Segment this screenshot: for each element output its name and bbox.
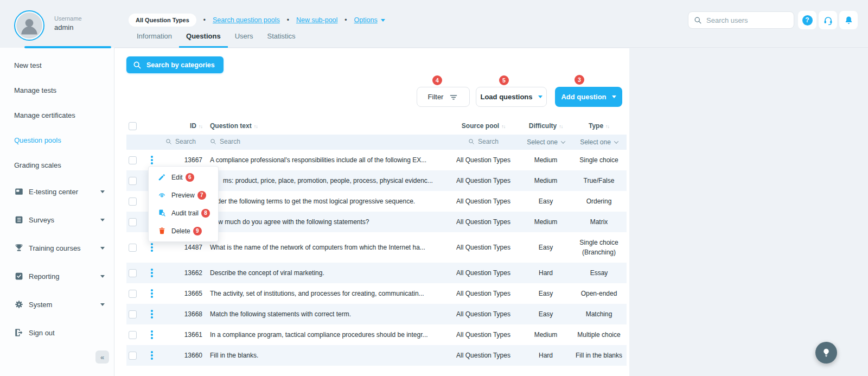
table-filter-row: Search Search Search Select one Select o… xyxy=(126,135,627,150)
user-card[interactable]: Username admin xyxy=(0,0,114,48)
tab-users[interactable]: Users xyxy=(228,32,260,48)
gear-icon xyxy=(14,299,24,309)
row-menu-icon[interactable] xyxy=(149,154,155,166)
question-text[interactable]: Match the following statements with corr… xyxy=(202,310,446,318)
search-icon xyxy=(165,138,172,145)
tab-information[interactable]: Information xyxy=(130,32,179,48)
question-text[interactable]: In a compliance program, tactical compli… xyxy=(202,331,446,339)
sidebar-item-training-courses[interactable]: Training courses xyxy=(0,234,114,262)
sidebar-item-reporting[interactable]: Reporting xyxy=(0,262,114,290)
tutorial-badge: 7 xyxy=(197,191,206,200)
tab-questions[interactable]: Questions xyxy=(179,32,228,48)
row-menu-icon[interactable] xyxy=(149,241,155,253)
row-checkbox[interactable] xyxy=(129,290,137,298)
user-avatar[interactable] xyxy=(14,10,44,41)
sidebar-item-manage-certificates[interactable]: Manage certificates xyxy=(0,103,114,128)
chevron-down-icon xyxy=(538,95,542,98)
sidebar-item-grading-scales[interactable]: Grading scales xyxy=(0,152,114,177)
table-row: 13660 Fill in the blanks. All Question T… xyxy=(126,345,627,366)
row-checkbox[interactable] xyxy=(129,269,137,277)
avatar-photo xyxy=(16,12,42,39)
tab-statistics[interactable]: Statistics xyxy=(260,32,303,48)
new-sub-pool-link[interactable]: New sub-pool xyxy=(296,16,337,24)
search-icon xyxy=(133,61,142,69)
select-all-checkbox[interactable] xyxy=(129,122,137,130)
filter-button[interactable]: Filter 4 xyxy=(417,87,470,107)
hints-fab-button[interactable] xyxy=(815,342,837,364)
question-text[interactable]: Describe the concept of viral marketing. xyxy=(202,269,446,277)
sidebar-nav: New test Manage tests Manage certificate… xyxy=(0,53,114,347)
tutorial-badge: 8 xyxy=(201,209,210,218)
column-header-id[interactable]: ID xyxy=(159,122,202,130)
etesting-center-icon xyxy=(14,187,24,196)
chevron-down-icon xyxy=(100,247,105,250)
row-checkbox[interactable] xyxy=(129,218,137,226)
sign-out-icon xyxy=(14,328,24,337)
search-users-input[interactable] xyxy=(706,16,802,24)
tutorial-badge: 5 xyxy=(499,75,509,85)
question-text[interactable]: Fill in the blanks. xyxy=(202,352,446,359)
column-header-difficulty[interactable]: Difficulty xyxy=(520,122,571,130)
row-menu-icon[interactable] xyxy=(149,267,155,279)
column-header-question-text[interactable]: Question text xyxy=(202,122,446,130)
sort-icon[interactable] xyxy=(501,124,505,129)
column-header-source-pool[interactable]: Source pool xyxy=(446,122,520,130)
row-checkbox[interactable] xyxy=(129,310,137,318)
id-filter-input[interactable]: Search xyxy=(165,138,196,145)
options-menu-link[interactable]: Options xyxy=(354,16,385,24)
sidebar-item-new-test[interactable]: New test xyxy=(0,53,114,78)
menu-item-preview[interactable]: Preview 7 xyxy=(149,186,218,204)
notifications-button[interactable] xyxy=(839,11,858,29)
chevron-down-icon xyxy=(612,95,616,98)
sidebar-item-manage-tests[interactable]: Manage tests xyxy=(0,78,114,103)
add-question-button[interactable]: Add question 3 xyxy=(555,87,622,107)
sidebar-active-indicator xyxy=(24,46,111,48)
row-menu-icon[interactable] xyxy=(149,329,155,341)
sidebar-item-system[interactable]: System xyxy=(0,290,114,318)
question-text[interactable]: A compliance professional's responsibili… xyxy=(202,156,446,164)
question-text-filter-input[interactable]: Search xyxy=(210,138,240,145)
row-checkbox[interactable] xyxy=(129,156,137,164)
row-checkbox[interactable] xyxy=(129,177,137,185)
sort-icon[interactable] xyxy=(605,124,609,129)
chevron-down-icon xyxy=(100,190,105,193)
question-text[interactable]: ms: product, price, place, promotion, pe… xyxy=(202,177,446,184)
type-filter-select[interactable]: Select one xyxy=(580,137,618,147)
row-checkbox[interactable] xyxy=(129,352,137,360)
source-pool-filter-input[interactable]: Search xyxy=(468,138,499,145)
row-checkbox[interactable] xyxy=(129,244,137,252)
sidebar-item-etesting-center[interactable]: E-testing center xyxy=(0,177,114,206)
sidebar-item-sign-out[interactable]: Sign out xyxy=(0,318,114,347)
row-checkbox[interactable] xyxy=(129,331,137,339)
difficulty-filter-select[interactable]: Select one xyxy=(527,138,565,146)
support-button[interactable] xyxy=(819,11,837,29)
chevron-down-icon xyxy=(614,139,618,143)
pool-tabs: Information Questions Users Statistics xyxy=(130,32,303,48)
sidebar-item-surveys[interactable]: Surveys xyxy=(0,206,114,234)
help-button[interactable]: ? xyxy=(798,11,816,29)
question-text[interactable]: Order the following terms to get the mos… xyxy=(202,197,446,205)
row-menu-icon[interactable] xyxy=(149,308,155,320)
question-text[interactable]: What is the name of the network of compu… xyxy=(202,244,446,251)
question-text[interactable]: How much do you agree with the following… xyxy=(202,218,446,226)
sort-icon[interactable] xyxy=(254,124,258,129)
sort-icon[interactable] xyxy=(199,124,202,129)
separator-dot: • xyxy=(344,16,347,24)
sort-icon[interactable] xyxy=(559,124,563,129)
row-menu-icon[interactable] xyxy=(149,288,155,299)
row-checkbox[interactable] xyxy=(129,197,137,206)
user-search-box[interactable] xyxy=(688,11,794,29)
search-by-categories-button[interactable]: Search by categories xyxy=(126,56,224,73)
sidebar-item-question-pools[interactable]: Question pools xyxy=(0,128,114,152)
sidebar-collapse-button[interactable]: « xyxy=(95,350,109,364)
question-text[interactable]: The activity, set of institutions, and p… xyxy=(202,290,446,297)
table-row: 13662 Describe the concept of viral mark… xyxy=(126,263,627,283)
menu-item-edit[interactable]: Edit 6 xyxy=(149,168,218,186)
breadcrumb: All Question Types • Search question poo… xyxy=(129,14,385,27)
column-header-type[interactable]: Type xyxy=(571,121,627,131)
load-questions-button[interactable]: Load questions 5 xyxy=(476,87,547,107)
menu-item-delete[interactable]: Delete 9 xyxy=(149,222,218,240)
row-menu-icon[interactable] xyxy=(149,349,155,361)
menu-item-audit-trail[interactable]: Audit trail 8 xyxy=(149,204,218,222)
search-question-pools-link[interactable]: Search question pools xyxy=(213,16,280,24)
